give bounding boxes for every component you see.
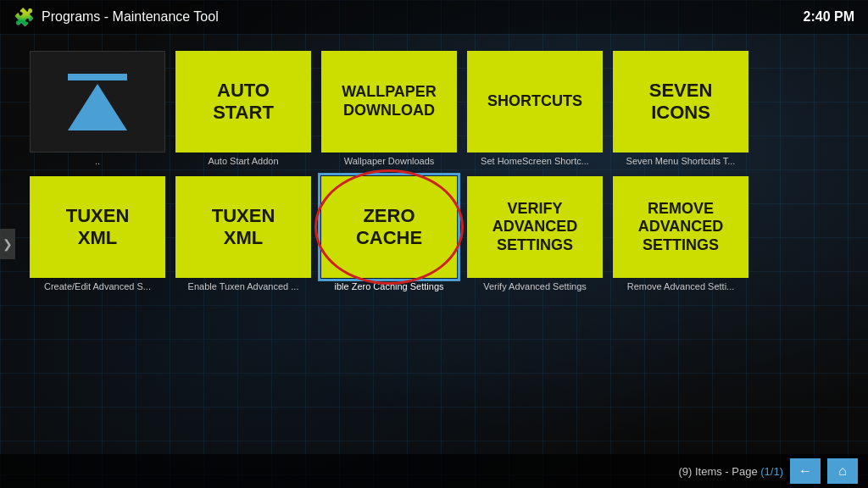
verify-advanced-container: VERIFYADVANCEDSETTINGS Verify Advanced S… — [467, 176, 603, 291]
tuxen-xml-1-text: TUXENXML — [66, 205, 130, 250]
footer-bar: (9) Items - Page (1/1) ← ⌂ — [0, 454, 868, 488]
page-indicator: (1/1) — [760, 465, 783, 478]
back-tile-label: .. — [95, 156, 100, 166]
main-content: .. AUTOSTART Auto Start Addon WALLPAPERD… — [0, 34, 868, 454]
back-tile[interactable] — [30, 51, 165, 152]
remove-advanced-container: REMOVEADVANCEDSETTINGS Remove Advanced S… — [613, 176, 748, 291]
wallpaper-tile[interactable]: WALLPAPERDOWNLOAD — [321, 51, 457, 152]
back-tile-container: .. — [30, 51, 165, 166]
seven-icons-container: SEVENICONS Seven Menu Shortcuts T... — [613, 51, 748, 166]
zero-cache-text: ZEROCACHE — [356, 205, 422, 250]
seven-icons-tile[interactable]: SEVENICONS — [613, 51, 748, 152]
shortcuts-tile[interactable]: SHORTCUTS — [467, 51, 603, 152]
auto-start-text: AUTOSTART — [213, 80, 274, 125]
tuxen-xml-2-label: Enable Tuxen Advanced ... — [188, 281, 299, 291]
back-button[interactable]: ← — [790, 458, 821, 484]
back-icon: ← — [798, 463, 812, 479]
items-label: (9) Items - Page (1/1) — [678, 465, 783, 478]
tuxen-xml-2-container: TUXENXML Enable Tuxen Advanced ... — [175, 176, 311, 291]
remove-advanced-label: Remove Advanced Setti... — [627, 281, 735, 291]
arrow-triangle — [68, 84, 127, 130]
home-button[interactable]: ⌂ — [827, 458, 858, 484]
zero-cache-label: ible Zero Caching Settings — [334, 281, 443, 291]
wallpaper-text: WALLPAPERDOWNLOAD — [342, 83, 437, 119]
clock: 2:40 PM — [804, 9, 854, 25]
breadcrumb: Programs - Maintenance Tool — [42, 9, 219, 25]
back-arrow-icon — [68, 74, 127, 130]
remove-advanced-text: REMOVEADVANCEDSETTINGS — [638, 200, 724, 255]
home-icon: ⌂ — [838, 463, 847, 479]
arrow-bar — [68, 74, 127, 80]
grid-row-2: TUXENXML Create/Edit Advanced S... TUXEN… — [30, 176, 843, 291]
shortcuts-text: SHORTCUTS — [487, 92, 582, 111]
zero-cache-tile[interactable]: ZEROCACHE — [321, 176, 457, 278]
seven-icons-text: SEVENICONS — [649, 80, 713, 125]
auto-start-container: AUTOSTART Auto Start Addon — [175, 51, 311, 166]
seven-icons-label: Seven Menu Shortcuts T... — [626, 156, 736, 166]
header-left: 🧩 Programs - Maintenance Tool — [14, 7, 219, 27]
auto-start-tile[interactable]: AUTOSTART — [175, 51, 311, 152]
verify-advanced-text: VERIFYADVANCEDSETTINGS — [492, 200, 578, 255]
verify-advanced-label: Verify Advanced Settings — [483, 281, 587, 291]
wallpaper-container: WALLPAPERDOWNLOAD Wallpaper Downloads — [321, 51, 457, 166]
tuxen-xml-2-tile[interactable]: TUXENXML — [175, 176, 311, 278]
sidebar-arrow[interactable]: ❯ — [0, 229, 15, 259]
wallpaper-label: Wallpaper Downloads — [344, 156, 435, 166]
auto-start-label: Auto Start Addon — [208, 156, 278, 166]
zero-cache-container: ZEROCACHE ible Zero Caching Settings — [321, 176, 457, 291]
header-bar: 🧩 Programs - Maintenance Tool 2:40 PM — [0, 0, 868, 34]
remove-advanced-tile[interactable]: REMOVEADVANCEDSETTINGS — [613, 176, 748, 278]
puzzle-icon: 🧩 — [14, 7, 35, 27]
verify-advanced-tile[interactable]: VERIFYADVANCEDSETTINGS — [467, 176, 603, 278]
grid-row-1: .. AUTOSTART Auto Start Addon WALLPAPERD… — [30, 51, 843, 166]
shortcuts-container: SHORTCUTS Set HomeScreen Shortc... — [467, 51, 603, 166]
shortcuts-label: Set HomeScreen Shortc... — [481, 156, 589, 166]
tuxen-xml-1-label: Create/Edit Advanced S... — [44, 281, 151, 291]
tuxen-xml-2-text: TUXENXML — [212, 205, 275, 250]
tuxen-xml-1-container: TUXENXML Create/Edit Advanced S... — [30, 176, 165, 291]
tuxen-xml-1-tile[interactable]: TUXENXML — [30, 176, 165, 278]
